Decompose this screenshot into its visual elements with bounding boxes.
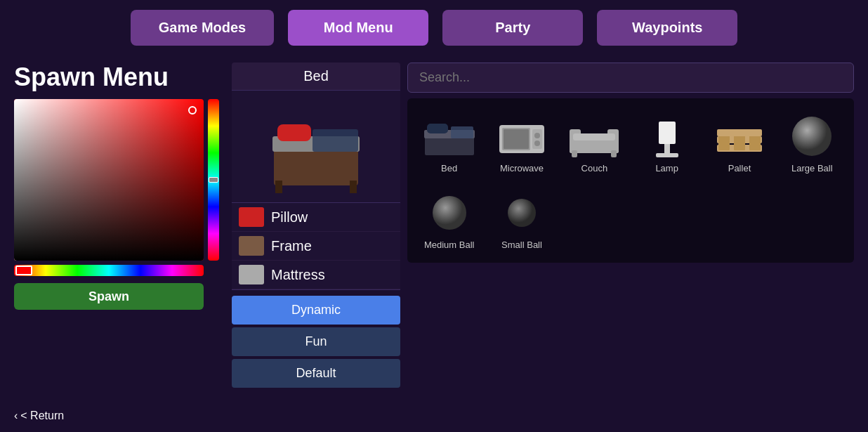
grid-item-bed[interactable]: Bed [414,105,484,179]
grid-item-large-ball[interactable]: Large Ball [777,105,847,179]
grid-label-small-ball: Small Ball [501,240,542,250]
right-panel: Bed Microwave [407,63,854,412]
item-preview [232,91,400,203]
nav-mod-menu[interactable]: Mod Menu [288,10,428,46]
part-frame[interactable]: Frame [232,232,400,261]
svg-rect-17 [570,129,581,153]
grid-item-couch[interactable]: Couch [560,105,629,179]
spawn-button[interactable]: Spawn [14,283,204,310]
physics-fun[interactable]: Fun [232,327,400,356]
svg-rect-2 [350,181,357,193]
part-label-frame: Frame [271,238,312,254]
nav-game-modes[interactable]: Game Modes [131,10,274,46]
physics-default[interactable]: Default [232,359,400,388]
part-label-pillow: Pillow [271,209,308,225]
part-label-mattress: Mattress [271,267,325,283]
svg-rect-0 [274,147,358,185]
grid-item-microwave[interactable]: Microwave [487,105,556,179]
svg-rect-21 [611,150,617,157]
svg-rect-1 [275,181,282,193]
items-grid: Bed Microwave [407,98,854,263]
svg-rect-8 [427,124,448,133]
grid-item-pallet[interactable]: Pallet [704,105,774,179]
large-ball-icon [784,111,840,160]
svg-rect-20 [572,150,577,157]
grid-item-medium-ball[interactable]: Medium Ball [414,182,484,256]
svg-rect-24 [656,153,678,157]
svg-point-15 [534,140,540,146]
svg-rect-18 [607,129,619,153]
part-color-pillow[interactable] [239,207,264,227]
part-pillow[interactable]: Pillow [232,203,400,232]
svg-point-31 [792,117,831,156]
nav-waypoints[interactable]: Waypoints [597,10,737,46]
svg-rect-22 [659,122,676,144]
grid-label-lamp: Lamp [655,163,678,174]
part-color-mattress[interactable] [239,265,264,284]
top-navigation: Game Modes Mod Menu Party Waypoints [0,0,868,55]
svg-rect-6 [425,136,474,155]
return-icon: ‹ [14,410,18,422]
svg-rect-4 [277,124,311,141]
pallet-icon [711,111,768,160]
microwave-icon [494,111,550,160]
physics-modes: Dynamic Fun Default [232,296,400,388]
couch-icon [566,111,622,160]
grid-label-medium-ball: Medium Ball [424,240,475,250]
return-label: < Return [20,410,64,422]
search-input[interactable] [407,63,854,93]
svg-rect-30 [717,129,762,136]
grid-label-large-ball: Large Ball [791,163,833,174]
grid-label-microwave: Microwave [500,163,544,174]
nav-party[interactable]: Party [442,10,583,46]
hue-slider-horizontal[interactable] [14,265,204,276]
grid-label-bed: Bed [441,163,457,174]
selected-item-name: Bed [232,63,400,91]
svg-rect-9 [451,126,473,138]
medium-ball-icon [421,188,478,237]
parts-list: Pillow Frame Mattress [232,203,400,290]
grid-item-small-ball[interactable]: Small Ball [487,182,556,256]
hue-slider-vertical[interactable] [208,99,219,261]
small-ball-icon [494,188,550,237]
return-button[interactable]: ‹ < Return [14,410,64,422]
page-title: Spawn Menu [14,63,221,92]
main-content: Spawn Menu Spawn Bed [0,55,868,419]
svg-point-32 [433,196,466,230]
physics-dynamic[interactable]: Dynamic [232,296,400,325]
svg-rect-13 [504,129,529,149]
bed-icon [421,111,478,160]
svg-point-14 [534,133,540,138]
grid-label-couch: Couch [581,163,608,174]
lamp-icon [639,111,695,160]
part-color-frame[interactable] [239,236,264,256]
svg-point-33 [508,199,536,227]
svg-rect-5 [313,129,358,152]
grid-item-lamp[interactable]: Lamp [632,105,702,179]
color-saturation-area[interactable] [14,99,204,261]
svg-rect-19 [573,133,615,140]
part-mattress[interactable]: Mattress [232,261,400,289]
left-panel: Spawn Menu Spawn [14,63,232,412]
middle-panel: Bed Pillow [232,63,400,412]
color-picker[interactable] [14,99,221,261]
bed-preview-svg [260,98,372,196]
grid-label-pallet: Pallet [728,163,751,174]
